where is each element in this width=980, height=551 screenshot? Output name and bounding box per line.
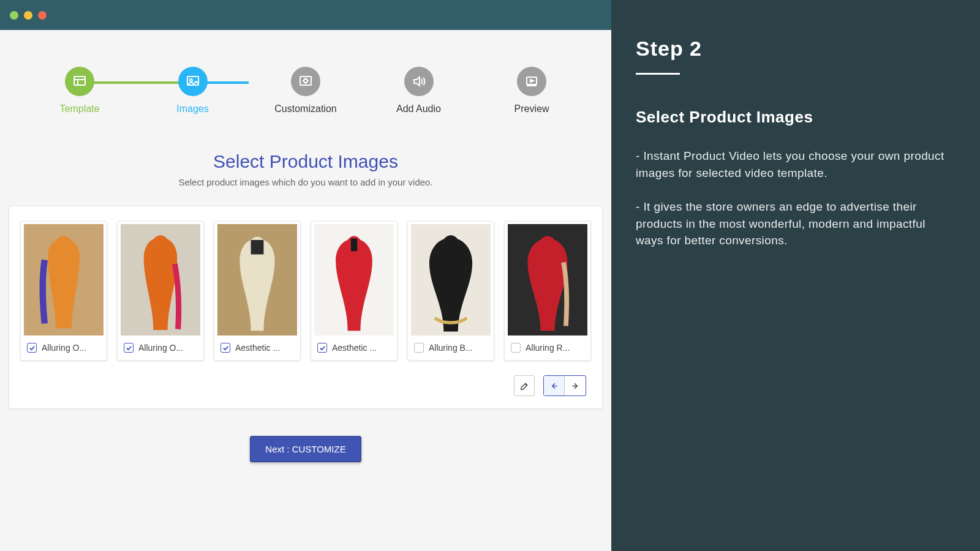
help-title: Select Product Images	[636, 108, 956, 127]
window-max-icon	[24, 11, 32, 20]
help-paragraph: - It gives the store owners an edge to a…	[636, 198, 956, 249]
audio-icon	[404, 67, 434, 96]
window-close-icon	[38, 11, 47, 20]
app-body: Template Images Customization Add Audio	[0, 30, 611, 551]
page-subtitle: Select product images which do you want …	[0, 177, 611, 187]
product-image	[507, 224, 588, 335]
product-grid: Alluring O... Alluring O...	[20, 221, 591, 361]
app-window: Template Images Customization Add Audio	[0, 0, 611, 551]
help-sidebar: Step 2 Select Product Images - Instant P…	[611, 0, 980, 551]
step-customization[interactable]: Customization	[269, 67, 342, 114]
product-card[interactable]: Aesthetic ...	[311, 221, 398, 361]
svg-point-2	[190, 79, 192, 81]
step-label: Images	[176, 103, 208, 114]
page-title: Select Product Images	[0, 151, 611, 172]
help-step-label: Step 2	[636, 37, 956, 61]
svg-point-4	[304, 79, 307, 83]
edit-button[interactable]	[514, 375, 535, 396]
product-card[interactable]: Alluring O...	[20, 221, 107, 361]
pagination-controls	[20, 375, 591, 396]
images-icon	[178, 67, 208, 96]
product-card[interactable]: Alluring O...	[117, 221, 204, 361]
product-label: Alluring R...	[526, 343, 570, 353]
page-heading: Select Product Images Select product ima…	[0, 151, 611, 187]
product-label: Alluring B...	[429, 343, 473, 353]
help-paragraph: - Instant Product Video lets you choose …	[636, 148, 956, 181]
divider	[636, 73, 680, 75]
step-add-audio[interactable]: Add Audio	[382, 67, 456, 114]
product-label: Alluring O...	[42, 343, 86, 353]
stepper: Template Images Customization Add Audio	[0, 30, 611, 121]
checkbox-icon[interactable]	[317, 343, 327, 353]
next-customize-button[interactable]: Next : CUSTOMIZE	[250, 436, 361, 462]
product-card[interactable]: Alluring R...	[504, 221, 591, 361]
checkbox-icon[interactable]	[221, 343, 230, 353]
product-label: Alluring O...	[138, 343, 183, 353]
step-images[interactable]: Images	[156, 67, 230, 114]
product-label: Aesthetic ...	[235, 343, 280, 353]
product-card[interactable]: Alluring B...	[407, 221, 494, 361]
step-label: Add Audio	[396, 103, 441, 114]
product-image	[120, 224, 201, 335]
preview-icon	[517, 67, 546, 96]
prev-page-button[interactable]	[544, 376, 565, 395]
checkbox-icon[interactable]	[414, 343, 424, 353]
template-icon	[65, 67, 94, 96]
product-card[interactable]: Aesthetic ...	[214, 221, 301, 361]
window-chrome	[0, 0, 611, 30]
checkbox-icon[interactable]	[124, 343, 134, 353]
step-label: Preview	[514, 103, 549, 114]
product-label: Aesthetic ...	[332, 343, 377, 353]
page-arrow-group	[543, 375, 586, 396]
product-image	[410, 224, 491, 335]
product-image	[217, 224, 298, 335]
step-label: Customization	[274, 103, 336, 114]
next-page-button[interactable]	[565, 376, 586, 395]
product-image	[314, 224, 394, 335]
step-label: Template	[60, 103, 100, 114]
product-grid-panel: Alluring O... Alluring O...	[9, 206, 603, 409]
product-image	[23, 224, 104, 335]
customization-icon	[291, 67, 320, 96]
svg-rect-0	[74, 77, 85, 85]
window-min-icon	[10, 11, 18, 20]
step-template[interactable]: Template	[43, 67, 116, 114]
checkbox-icon[interactable]	[511, 343, 521, 353]
checkbox-icon[interactable]	[27, 343, 37, 353]
step-preview[interactable]: Preview	[495, 67, 568, 114]
